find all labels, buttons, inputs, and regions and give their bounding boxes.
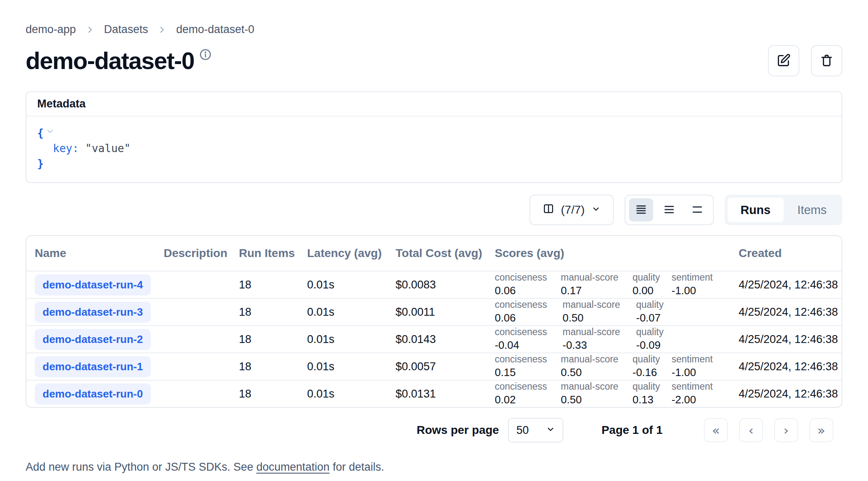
table-row[interactable]: demo-dataset-run-2 18 0.01s $0.0143 conc… (26, 325, 842, 352)
score-value: 0.02 (495, 393, 561, 406)
score-item: manual-score0.50 (561, 381, 632, 406)
tab-items[interactable]: Items (784, 197, 840, 223)
score-value: 0.15 (495, 366, 561, 379)
rows-per-page-select[interactable]: 50 (508, 418, 563, 443)
json-open-brace: { (37, 127, 44, 139)
pagination-nav: « ‹ › » (704, 418, 833, 442)
next-page-button[interactable]: › (774, 418, 798, 442)
run-items-count: 18 (231, 306, 299, 319)
previous-page-button[interactable]: ‹ (739, 418, 763, 442)
last-page-button[interactable]: » (809, 418, 833, 442)
score-label: quality (636, 327, 676, 337)
score-item: manual-score0.17 (561, 272, 632, 297)
score-label: sentiment (672, 354, 730, 364)
score-value: -0.33 (563, 339, 636, 352)
score-label: quality (632, 354, 672, 364)
sdk-hint-text-suffix: for details. (329, 461, 384, 473)
run-created: 4/25/2024, 12:46:38 PM (730, 333, 842, 346)
run-latency: 0.01s (299, 388, 387, 400)
rows-tall-icon (691, 203, 703, 217)
sdk-hint-text: Add new runs via Python or JS/TS SDKs. S… (26, 461, 256, 473)
row-height-small-button[interactable] (629, 198, 653, 221)
score-value: -0.09 (636, 339, 676, 352)
run-scores: conciseness0.15manual-score0.50quality-0… (486, 354, 730, 379)
score-value: 0.50 (561, 366, 632, 379)
rows-per-page-label: Rows per page (417, 424, 499, 437)
score-value: 0.17 (561, 284, 632, 297)
first-page-button[interactable]: « (704, 418, 728, 442)
breadcrumb-item-current[interactable]: demo-dataset-0 (176, 23, 254, 36)
score-label: conciseness (495, 300, 563, 310)
run-created: 4/25/2024, 12:46:38 PM (730, 306, 842, 319)
collapse-caret-icon[interactable] (45, 127, 55, 136)
table-body: demo-dataset-run-4 18 0.01s $0.0083 conc… (26, 271, 842, 407)
score-item: manual-score0.50 (561, 354, 632, 379)
delete-dataset-button[interactable] (811, 45, 842, 76)
score-item: manual-score-0.33 (563, 327, 636, 351)
column-header-name[interactable]: Name (26, 247, 155, 260)
table-header-row: Name Description Run Items Latency (avg)… (26, 236, 842, 271)
run-latency: 0.01s (299, 279, 387, 291)
column-header-total-cost[interactable]: Total Cost (avg) (387, 247, 486, 260)
column-header-latency[interactable]: Latency (avg) (299, 247, 387, 260)
breadcrumb: demo-app Datasets demo-dataset-0 (26, 23, 842, 36)
score-label: quality (636, 300, 676, 310)
column-visibility-button[interactable]: (7/7) (529, 195, 614, 225)
row-height-toggle-group (625, 195, 714, 225)
score-item: quality-0.09 (636, 327, 676, 351)
score-label: conciseness (495, 272, 561, 283)
run-items-count: 18 (231, 279, 299, 291)
info-icon[interactable] (199, 48, 212, 62)
page-title: demo-dataset-0 (26, 48, 194, 74)
score-value: -0.07 (636, 312, 676, 324)
score-value: 0.50 (563, 312, 636, 324)
run-name-link[interactable]: demo-dataset-run-0 (35, 383, 151, 405)
column-header-description[interactable]: Description (155, 247, 231, 260)
table-row[interactable]: demo-dataset-run-0 18 0.01s $0.0131 conc… (26, 380, 842, 407)
run-latency: 0.01s (299, 333, 387, 346)
tab-runs[interactable]: Runs (727, 197, 785, 223)
run-scores: conciseness0.02manual-score0.50quality0.… (486, 381, 730, 406)
run-latency: 0.01s (299, 360, 387, 373)
chevrons-right-icon: » (818, 423, 825, 438)
score-item: conciseness0.02 (495, 381, 561, 406)
columns-icon (543, 203, 554, 217)
score-value: -0.16 (632, 366, 672, 379)
score-label: manual-score (563, 327, 636, 337)
run-total-cost: $0.0011 (387, 306, 486, 319)
run-name-link[interactable]: demo-dataset-run-3 (35, 302, 151, 323)
table-row[interactable]: demo-dataset-run-3 18 0.01s $0.0011 conc… (26, 298, 842, 325)
page-indicator: Page 1 of 1 (601, 424, 663, 437)
column-header-created[interactable]: Created (730, 247, 842, 260)
column-header-scores[interactable]: Scores (avg) (486, 247, 730, 260)
breadcrumb-item-datasets[interactable]: Datasets (104, 23, 148, 36)
run-scores: conciseness0.06manual-score0.50quality-0… (486, 300, 730, 324)
run-latency: 0.01s (299, 306, 387, 319)
run-name-link[interactable]: demo-dataset-run-1 (35, 356, 151, 377)
table-row[interactable]: demo-dataset-run-1 18 0.01s $0.0057 conc… (26, 352, 842, 380)
json-key: key (53, 142, 72, 155)
dataset-detail-page: demo-app Datasets demo-dataset-0 demo-da… (0, 0, 868, 481)
rows-dense-icon (635, 203, 647, 217)
run-created: 4/25/2024, 12:46:38 PM (730, 360, 842, 373)
run-name-link[interactable]: demo-dataset-run-4 (35, 274, 151, 295)
run-name-link[interactable]: demo-dataset-run-2 (35, 329, 151, 350)
json-close-brace: } (37, 157, 44, 170)
run-total-cost: $0.0057 (387, 360, 486, 373)
metadata-json-viewer: { key: "value" } (26, 117, 842, 182)
score-item: conciseness0.15 (495, 354, 561, 379)
row-height-medium-button[interactable] (657, 198, 681, 221)
chevrons-left-icon: « (712, 423, 720, 438)
score-item: conciseness-0.04 (495, 327, 563, 351)
breadcrumb-item-project[interactable]: demo-app (26, 23, 76, 36)
score-value: -1.00 (672, 284, 730, 297)
table-row[interactable]: demo-dataset-run-4 18 0.01s $0.0083 conc… (26, 271, 842, 298)
documentation-link[interactable]: documentation (256, 461, 329, 473)
score-item: sentiment-2.00 (672, 381, 730, 406)
edit-dataset-button[interactable] (768, 45, 799, 76)
score-label: manual-score (561, 381, 632, 392)
column-header-run-items[interactable]: Run Items (231, 247, 299, 260)
row-height-large-button[interactable] (685, 198, 709, 221)
chevron-right-icon: › (784, 423, 789, 438)
chevron-down-icon (591, 203, 601, 217)
